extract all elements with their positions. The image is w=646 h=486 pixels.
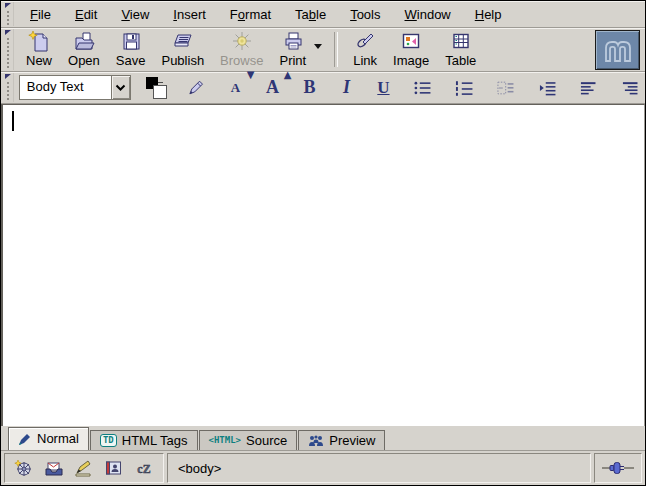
toolbar-grippy[interactable] xyxy=(5,29,14,70)
menu-window[interactable]: Window xyxy=(393,4,463,25)
align-right-button[interactable] xyxy=(617,75,643,101)
button-label: Save xyxy=(116,53,146,68)
menu-table[interactable]: Table xyxy=(283,4,338,25)
save-button[interactable]: Save xyxy=(108,28,154,71)
align-left-button[interactable] xyxy=(575,75,601,101)
browse-button[interactable]: Browse xyxy=(212,28,271,71)
print-button[interactable]: Print xyxy=(271,28,314,71)
smaller-a-glyph: A xyxy=(231,80,240,96)
menu-edit[interactable]: Edit xyxy=(63,4,109,25)
online-plug-icon[interactable] xyxy=(601,461,635,475)
table-icon xyxy=(450,30,472,52)
chatzilla-icon: cZ xyxy=(134,459,154,477)
toolbar-grippy[interactable] xyxy=(5,73,14,102)
tab-preview[interactable]: Preview xyxy=(298,430,385,450)
tab-label: Preview xyxy=(329,433,375,448)
larger-a-glyph: A xyxy=(266,77,279,98)
link-button[interactable]: Link xyxy=(345,28,385,71)
main-toolbar: New Open Save Pub xyxy=(1,28,645,72)
composer-window: File Edit View Insert Format Table Tools… xyxy=(0,0,646,486)
button-label: Link xyxy=(353,53,377,68)
element-path-panel: <body> xyxy=(167,453,591,483)
highlight-color-button[interactable] xyxy=(182,75,209,101)
toolbar-grippy[interactable] xyxy=(5,2,14,26)
format-toolbar: Body Text A ▼ A ▲ B xyxy=(1,72,645,104)
numbered-list-button[interactable] xyxy=(451,75,477,101)
decrease-font-size-button[interactable]: A ▼ xyxy=(224,75,246,101)
publish-icon xyxy=(171,30,195,52)
menu-insert[interactable]: Insert xyxy=(161,4,218,25)
tab-source[interactable]: <HTML> Source xyxy=(199,430,298,450)
button-label: Open xyxy=(68,53,100,68)
open-button[interactable]: Open xyxy=(60,28,108,71)
address-book-button[interactable] xyxy=(104,459,123,477)
composer-button[interactable] xyxy=(74,459,93,477)
button-label: New xyxy=(26,53,52,68)
preview-icon xyxy=(308,434,324,447)
menu-format[interactable]: Format xyxy=(218,4,283,25)
outdent-icon xyxy=(496,79,514,97)
tab-label: Source xyxy=(246,433,287,448)
text-caret xyxy=(12,111,14,131)
html-source-icon: <HTML> xyxy=(209,435,242,446)
text-color-picker[interactable] xyxy=(145,76,167,99)
outdent-button[interactable] xyxy=(492,75,518,101)
mozilla-m-logo xyxy=(601,34,635,66)
image-icon xyxy=(400,30,422,52)
chevron-down-icon xyxy=(115,84,126,92)
paragraph-format-select[interactable]: Body Text xyxy=(19,75,131,100)
arrow-up-icon: ▲ xyxy=(284,69,292,80)
online-status-panel xyxy=(594,453,642,483)
underline-button[interactable]: U xyxy=(372,75,394,101)
tab-html-tags[interactable]: TD HTML Tags xyxy=(90,430,198,450)
button-label: Browse xyxy=(220,53,263,68)
open-folder-icon xyxy=(73,30,95,52)
bullet-list-button[interactable] xyxy=(409,75,435,101)
mozilla-logo-button[interactable] xyxy=(595,30,640,70)
toolbar-separator xyxy=(334,32,338,67)
button-label: Table xyxy=(445,53,476,68)
align-left-icon xyxy=(579,79,597,97)
increase-font-size-button[interactable]: A ▲ xyxy=(261,75,283,101)
td-tag-icon: TD xyxy=(100,434,117,447)
bold-button[interactable]: B xyxy=(298,75,320,101)
new-button[interactable]: New xyxy=(18,28,60,71)
indent-icon xyxy=(538,79,556,97)
new-page-icon xyxy=(28,30,50,52)
menu-view[interactable]: View xyxy=(109,4,161,25)
print-button-group: Print xyxy=(271,28,327,71)
mail-button[interactable] xyxy=(44,459,63,477)
tab-normal[interactable]: Normal xyxy=(8,427,89,450)
save-floppy-icon xyxy=(120,30,142,52)
italic-button[interactable]: I xyxy=(335,75,357,101)
indent-button[interactable] xyxy=(534,75,560,101)
paragraph-format-dropdown-button[interactable] xyxy=(111,76,130,99)
mail-icon xyxy=(44,459,63,477)
print-dropdown-arrow[interactable] xyxy=(314,44,322,53)
composer-pen-icon xyxy=(74,459,93,477)
menubar: File Edit View Insert Format Table Tools… xyxy=(1,1,645,28)
chatzilla-button[interactable]: cZ xyxy=(134,459,154,477)
chatzilla-glyph: cZ xyxy=(137,462,150,476)
arrow-down-icon: ▼ xyxy=(247,69,255,80)
image-button[interactable]: Image xyxy=(385,28,437,71)
publish-button[interactable]: Publish xyxy=(153,28,212,71)
highlight-pen-icon xyxy=(186,78,205,98)
table-button[interactable]: Table xyxy=(437,28,484,71)
menu-file[interactable]: File xyxy=(18,4,63,25)
link-icon xyxy=(354,30,376,52)
button-label: Print xyxy=(279,53,306,68)
menu-tools[interactable]: Tools xyxy=(338,4,392,25)
bullet-list-icon xyxy=(413,79,431,97)
align-right-icon xyxy=(621,79,639,97)
element-path[interactable]: <body> xyxy=(178,461,221,476)
menu-help[interactable]: Help xyxy=(463,4,514,25)
background-color-swatch[interactable] xyxy=(153,85,167,99)
button-label: Publish xyxy=(161,53,204,68)
tab-label: Normal xyxy=(37,431,79,446)
normal-pen-icon xyxy=(18,432,32,446)
navigator-wheel-icon xyxy=(14,459,33,477)
edit-mode-tabbar: Normal TD HTML Tags <HTML> Source Previe… xyxy=(1,426,645,451)
document-edit-area[interactable] xyxy=(1,104,645,426)
navigator-button[interactable] xyxy=(14,459,33,477)
